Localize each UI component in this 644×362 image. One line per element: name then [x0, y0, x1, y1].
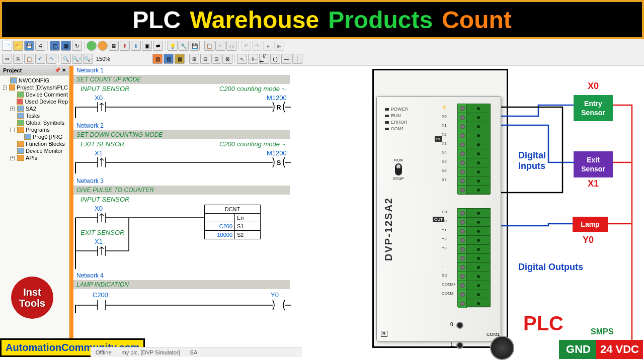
paste-icon[interactable]: 📋: [24, 54, 34, 64]
plc-big-label: PLC: [523, 312, 564, 335]
doc-icon[interactable]: 📋: [204, 41, 214, 51]
run-stop-switch: RUN STOP: [391, 158, 406, 182]
y0-label: Y0: [583, 235, 594, 245]
net-icon[interactable]: ⊞: [189, 54, 199, 64]
digital-outputs-label: Digital Outputs: [518, 262, 583, 273]
jack-1: [456, 342, 463, 349]
jack-0: [456, 322, 463, 329]
tree-item[interactable]: +APIs: [1, 154, 68, 161]
tree-item[interactable]: Device Comment: [1, 91, 68, 98]
redo2-icon[interactable]: ↷: [46, 54, 56, 64]
contact-no-icon[interactable]: ⊣⊢: [248, 54, 258, 64]
title-word-3: Products: [328, 6, 433, 34]
pin-icon[interactable]: 📌 ✕: [54, 67, 66, 73]
ladder-view-icon[interactable]: ▤: [152, 54, 163, 64]
ladder-content: Network 1SET COUNT UP MODE INPUT SENSOR …: [73, 66, 307, 317]
box-icon[interactable]: ◻: [226, 41, 236, 51]
digital-inputs-label: Digital Inputs: [518, 150, 569, 171]
tree-item[interactable]: Device Monitor: [1, 147, 68, 154]
grid-icon[interactable]: ▦: [61, 41, 71, 51]
svg-text:R: R: [276, 104, 281, 111]
led-com1: COM1: [385, 126, 408, 131]
net2-icon[interactable]: ⊟: [200, 54, 210, 64]
zoomin-icon[interactable]: 🔍+: [72, 54, 82, 64]
refresh-icon[interactable]: ↻: [72, 41, 82, 51]
tree-item[interactable]: NWCONFIG: [1, 77, 68, 84]
window-icon[interactable]: ◫: [50, 41, 60, 51]
line-h-icon[interactable]: —: [281, 54, 291, 64]
tree-item[interactable]: +SA2: [1, 105, 68, 112]
tree-item[interactable]: Prog0 [PRG: [1, 133, 68, 140]
out-badge: OUT: [433, 217, 444, 222]
tree-item[interactable]: Used Device Rep: [1, 98, 68, 105]
print-icon[interactable]: 🖨: [35, 41, 45, 51]
contact-nc-icon[interactable]: ⊣/⊢: [259, 54, 269, 64]
undo2-icon[interactable]: ↶: [35, 54, 45, 64]
tree-item[interactable]: Tasks: [1, 112, 68, 119]
coil-icon[interactable]: ( ): [270, 54, 280, 64]
led-power: POWER: [385, 107, 408, 112]
project-header: Project 📌 ✕: [0, 66, 69, 75]
undo-icon[interactable]: ↶: [241, 41, 251, 51]
r-label: R: [381, 331, 387, 337]
copy-icon[interactable]: ⎘: [13, 54, 23, 64]
jack-1-label: 1: [450, 342, 453, 347]
circle-g-icon[interactable]: [87, 41, 97, 51]
network-title: LAMP INDICATION: [73, 280, 290, 289]
zoomout-icon[interactable]: 🔍-: [83, 54, 93, 64]
title-word-2: Warehouse: [190, 6, 319, 34]
zoom-level[interactable]: 150%: [96, 56, 110, 62]
input-terminal: [457, 104, 491, 194]
net3-icon[interactable]: ⊡: [211, 54, 221, 64]
upload-icon[interactable]: ⬆: [131, 41, 141, 51]
download-icon[interactable]: ⬇: [120, 41, 130, 51]
step-icon[interactable]: ▸: [263, 41, 273, 51]
redo-icon[interactable]: ↷: [252, 41, 262, 51]
play-icon[interactable]: ▶: [274, 41, 284, 51]
status-sim: my plc, [DVP Simulator]: [122, 349, 180, 355]
line-v-icon[interactable]: │: [292, 54, 302, 64]
tree-item[interactable]: Function Blocks: [1, 140, 68, 147]
project-tree[interactable]: NWCONFIG-Project [D:\yash\PLCDevice Comm…: [0, 75, 69, 163]
chip-icon[interactable]: ▣: [142, 41, 152, 51]
save-icon[interactable]: 💾: [24, 41, 34, 51]
find-icon[interactable]: 🔍: [61, 54, 71, 64]
x1-label: X1: [588, 178, 599, 189]
cut-icon[interactable]: ✂: [2, 54, 12, 64]
net4-icon[interactable]: ⊠: [222, 54, 232, 64]
lamp-box: Lamp: [573, 217, 608, 232]
title-word-4: Count: [442, 6, 512, 34]
status-offline: Offline: [96, 349, 112, 355]
svg-text:S: S: [277, 159, 281, 166]
dcnt-instruction[interactable]: DCNT En C200S1 10000S2: [204, 205, 261, 239]
new-icon[interactable]: 📄: [2, 41, 12, 51]
bulb-icon[interactable]: 💡: [168, 41, 178, 51]
il-view-icon[interactable]: ▥: [164, 54, 174, 64]
led-error: ERROR: [385, 120, 408, 125]
status-bar: Offline my plc, [DVP Simulator] SA: [91, 347, 302, 357]
list-icon[interactable]: ≡: [215, 41, 225, 51]
monitor-icon[interactable]: 🖥: [109, 41, 119, 51]
toolbar-row-2: ✂ ⎘ 📋 ↶ ↷ 🔍 🔍+ 🔍- 150% ▤ ▥ ▦ ⊞ ⊟ ⊡ ⊠ ↖ ⊣…: [0, 52, 644, 65]
tree-item[interactable]: -Programs: [1, 126, 68, 133]
project-title: Project: [3, 67, 22, 73]
tree-item[interactable]: Global Symbols: [1, 119, 68, 126]
title-word-1: PLC: [132, 6, 181, 34]
ladder-editor[interactable]: Network 1SET COUNT UP MODE INPUT SENSOR …: [69, 66, 307, 355]
plc-model: DVP-12SA2: [383, 197, 394, 261]
rail-indicator: [69, 66, 73, 355]
tree-item[interactable]: -Project [D:\yash\PLC: [1, 84, 68, 91]
disk-icon[interactable]: 💾: [190, 41, 200, 51]
smps-label: SMPS: [591, 327, 613, 336]
network-title: GIVE PULSE TO COUNTER: [73, 186, 290, 195]
jack-0-label: 0: [450, 322, 453, 327]
input-pin-labels: ⚡X0X1X2X3X4X5X6X7: [442, 103, 447, 185]
open-icon[interactable]: 📂: [13, 41, 23, 51]
circle-o-icon[interactable]: [98, 41, 108, 51]
entry-sensor-box: Entry Sensor: [574, 95, 613, 121]
compare-icon[interactable]: ⇄: [153, 41, 163, 51]
cursor-icon[interactable]: ↖: [237, 54, 247, 64]
vdc-badge: 24 VDC: [596, 340, 643, 359]
sfc-view-icon[interactable]: ▦: [175, 54, 185, 64]
tool-icon[interactable]: 🔧: [179, 41, 189, 51]
